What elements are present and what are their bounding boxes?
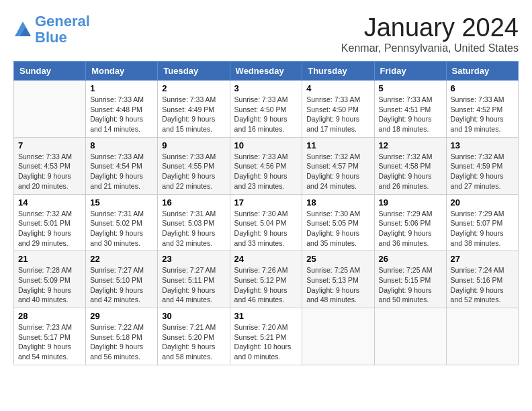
logo-line1: General (35, 13, 90, 30)
day-number: 26 (379, 254, 442, 264)
calendar-table: SundayMondayTuesdayWednesdayThursdayFrid… (13, 61, 519, 365)
day-number: 24 (234, 254, 298, 264)
calendar-day-cell: 16Sunrise: 7:31 AM Sunset: 5:03 PM Dayli… (158, 194, 230, 251)
logo-icon (13, 20, 32, 39)
day-info: Sunrise: 7:33 AM Sunset: 4:50 PM Dayligh… (306, 95, 369, 134)
day-info: Sunrise: 7:33 AM Sunset: 4:48 PM Dayligh… (90, 95, 153, 134)
calendar-day-cell: 22Sunrise: 7:27 AM Sunset: 5:10 PM Dayli… (86, 251, 158, 308)
day-number: 22 (90, 254, 153, 264)
calendar-week-row: 21Sunrise: 7:28 AM Sunset: 5:09 PM Dayli… (14, 251, 519, 308)
calendar-week-row: 14Sunrise: 7:32 AM Sunset: 5:01 PM Dayli… (14, 194, 519, 251)
day-info: Sunrise: 7:22 AM Sunset: 5:18 PM Dayligh… (90, 322, 153, 362)
day-number: 14 (18, 197, 81, 208)
day-number: 6 (451, 83, 514, 93)
title-block: January 2024 Kenmar, Pennsylvania, Unite… (341, 13, 519, 54)
calendar-day-cell: 9Sunrise: 7:33 AM Sunset: 4:55 PM Daylig… (158, 137, 230, 194)
calendar-day-cell: 26Sunrise: 7:25 AM Sunset: 5:15 PM Dayli… (374, 251, 446, 308)
day-info: Sunrise: 7:29 AM Sunset: 5:07 PM Dayligh… (451, 209, 514, 248)
calendar-day-cell: 11Sunrise: 7:32 AM Sunset: 4:57 PM Dayli… (302, 137, 374, 194)
day-info: Sunrise: 7:30 AM Sunset: 5:04 PM Dayligh… (234, 209, 298, 248)
weekday-header-row: SundayMondayTuesdayWednesdayThursdayFrid… (14, 62, 519, 81)
calendar-week-row: 1Sunrise: 7:33 AM Sunset: 4:48 PM Daylig… (14, 81, 519, 138)
day-info: Sunrise: 7:25 AM Sunset: 5:13 PM Dayligh… (306, 265, 369, 305)
day-number: 28 (18, 311, 81, 321)
calendar-day-cell: 1Sunrise: 7:33 AM Sunset: 4:48 PM Daylig… (86, 81, 158, 138)
calendar-day-cell: 7Sunrise: 7:33 AM Sunset: 4:53 PM Daylig… (14, 137, 86, 194)
calendar-day-cell: 8Sunrise: 7:33 AM Sunset: 4:54 PM Daylig… (86, 137, 158, 194)
logo: General Blue (13, 13, 90, 46)
day-number: 31 (234, 311, 298, 321)
calendar-day-cell: 29Sunrise: 7:22 AM Sunset: 5:18 PM Dayli… (86, 308, 158, 365)
calendar-title: January 2024 (341, 13, 519, 42)
day-info: Sunrise: 7:31 AM Sunset: 5:02 PM Dayligh… (90, 209, 153, 248)
day-info: Sunrise: 7:24 AM Sunset: 5:16 PM Dayligh… (451, 265, 514, 305)
calendar-day-cell: 28Sunrise: 7:23 AM Sunset: 5:17 PM Dayli… (14, 308, 86, 365)
day-info: Sunrise: 7:30 AM Sunset: 5:05 PM Dayligh… (306, 209, 369, 248)
day-number: 13 (451, 140, 514, 150)
calendar-day-cell: 3Sunrise: 7:33 AM Sunset: 4:50 PM Daylig… (230, 81, 302, 138)
day-number: 16 (162, 197, 225, 208)
day-number: 9 (162, 140, 225, 150)
calendar-day-cell: 19Sunrise: 7:29 AM Sunset: 5:06 PM Dayli… (374, 194, 446, 251)
day-number: 18 (306, 197, 369, 208)
day-number: 15 (90, 197, 153, 208)
day-info: Sunrise: 7:33 AM Sunset: 4:53 PM Dayligh… (18, 152, 81, 191)
calendar-day-cell: 4Sunrise: 7:33 AM Sunset: 4:50 PM Daylig… (302, 81, 374, 138)
day-number: 8 (90, 140, 153, 150)
day-info: Sunrise: 7:33 AM Sunset: 4:52 PM Dayligh… (451, 95, 514, 134)
weekday-header-cell: Thursday (302, 62, 374, 81)
day-info: Sunrise: 7:29 AM Sunset: 5:06 PM Dayligh… (379, 209, 442, 248)
day-number: 27 (451, 254, 514, 264)
weekday-header-cell: Tuesday (158, 62, 230, 81)
calendar-day-cell: 10Sunrise: 7:33 AM Sunset: 4:56 PM Dayli… (230, 137, 302, 194)
day-number: 29 (90, 311, 153, 321)
day-info: Sunrise: 7:33 AM Sunset: 4:49 PM Dayligh… (162, 95, 225, 134)
day-info: Sunrise: 7:33 AM Sunset: 4:55 PM Dayligh… (162, 152, 225, 191)
calendar-day-cell: 24Sunrise: 7:26 AM Sunset: 5:12 PM Dayli… (230, 251, 302, 308)
day-number: 4 (306, 83, 369, 93)
calendar-week-row: 28Sunrise: 7:23 AM Sunset: 5:17 PM Dayli… (14, 308, 519, 365)
calendar-day-cell: 27Sunrise: 7:24 AM Sunset: 5:16 PM Dayli… (446, 251, 518, 308)
calendar-day-cell: 30Sunrise: 7:21 AM Sunset: 5:20 PM Dayli… (158, 308, 230, 365)
calendar-subtitle: Kenmar, Pennsylvania, United States (341, 42, 519, 54)
day-number: 30 (162, 311, 225, 321)
day-info: Sunrise: 7:27 AM Sunset: 5:10 PM Dayligh… (90, 265, 153, 305)
calendar-week-row: 7Sunrise: 7:33 AM Sunset: 4:53 PM Daylig… (14, 137, 519, 194)
day-number: 1 (90, 83, 153, 93)
weekday-header-cell: Friday (374, 62, 446, 81)
day-info: Sunrise: 7:31 AM Sunset: 5:03 PM Dayligh… (162, 209, 225, 248)
calendar-day-cell (14, 81, 86, 138)
day-info: Sunrise: 7:27 AM Sunset: 5:11 PM Dayligh… (162, 265, 225, 305)
calendar-day-cell: 2Sunrise: 7:33 AM Sunset: 4:49 PM Daylig… (158, 81, 230, 138)
day-number: 5 (379, 83, 442, 93)
calendar-day-cell (374, 308, 446, 365)
day-info: Sunrise: 7:32 AM Sunset: 4:57 PM Dayligh… (306, 152, 369, 191)
logo-line2: Blue (35, 29, 67, 46)
calendar-day-cell: 23Sunrise: 7:27 AM Sunset: 5:11 PM Dayli… (158, 251, 230, 308)
weekday-header-cell: Sunday (14, 62, 86, 81)
day-info: Sunrise: 7:20 AM Sunset: 5:21 PM Dayligh… (234, 322, 298, 362)
day-number: 3 (234, 83, 298, 93)
calendar-day-cell: 15Sunrise: 7:31 AM Sunset: 5:02 PM Dayli… (86, 194, 158, 251)
calendar-day-cell: 14Sunrise: 7:32 AM Sunset: 5:01 PM Dayli… (14, 194, 86, 251)
calendar-day-cell: 31Sunrise: 7:20 AM Sunset: 5:21 PM Dayli… (230, 308, 302, 365)
calendar-day-cell: 17Sunrise: 7:30 AM Sunset: 5:04 PM Dayli… (230, 194, 302, 251)
calendar-day-cell (302, 308, 374, 365)
day-number: 17 (234, 197, 298, 208)
day-number: 19 (379, 197, 442, 208)
day-number: 25 (306, 254, 369, 264)
day-number: 20 (451, 197, 514, 208)
day-info: Sunrise: 7:28 AM Sunset: 5:09 PM Dayligh… (18, 265, 81, 305)
day-number: 11 (306, 140, 369, 150)
day-info: Sunrise: 7:32 AM Sunset: 5:01 PM Dayligh… (18, 209, 81, 248)
logo-text: General Blue (35, 13, 90, 46)
calendar-day-cell (446, 308, 518, 365)
weekday-header-cell: Wednesday (230, 62, 302, 81)
calendar-day-cell: 20Sunrise: 7:29 AM Sunset: 5:07 PM Dayli… (446, 194, 518, 251)
day-info: Sunrise: 7:33 AM Sunset: 4:50 PM Dayligh… (234, 95, 298, 134)
day-info: Sunrise: 7:32 AM Sunset: 4:59 PM Dayligh… (451, 152, 514, 191)
weekday-header-cell: Saturday (446, 62, 518, 81)
day-number: 2 (162, 83, 225, 93)
calendar-day-cell: 21Sunrise: 7:28 AM Sunset: 5:09 PM Dayli… (14, 251, 86, 308)
day-info: Sunrise: 7:32 AM Sunset: 4:58 PM Dayligh… (379, 152, 442, 191)
